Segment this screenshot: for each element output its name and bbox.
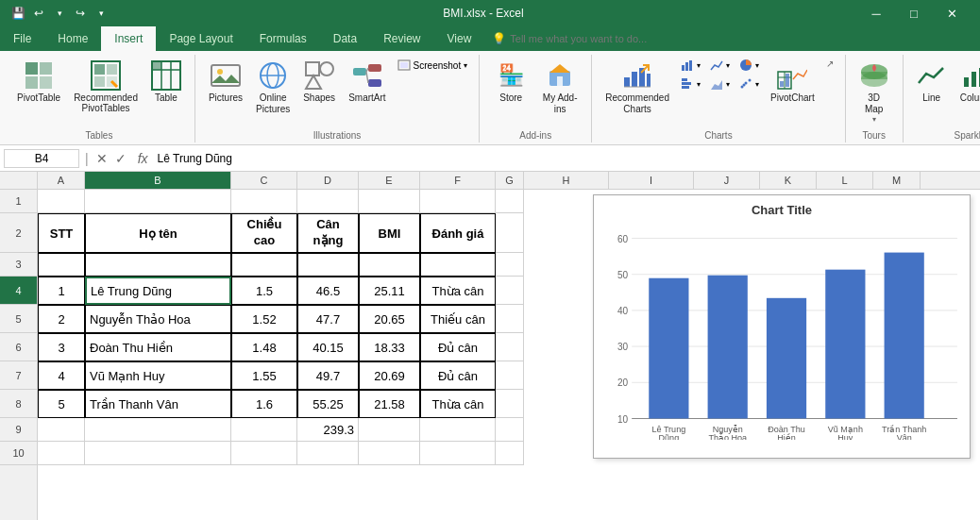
shapes-button[interactable]: Shapes — [297, 57, 341, 108]
row-header-1[interactable]: 1 — [0, 190, 37, 213]
cell-d4[interactable]: 46.5 — [297, 277, 359, 305]
cell-d1[interactable] — [297, 190, 359, 213]
cell-a2[interactable]: STT — [38, 213, 85, 253]
col-header-e[interactable]: E — [359, 172, 420, 189]
col-header-d[interactable]: D — [297, 172, 359, 189]
cell-f9[interactable] — [420, 418, 496, 442]
col-header-c[interactable]: C — [231, 172, 297, 189]
formula-input[interactable] — [158, 152, 976, 165]
chart-container[interactable]: Chart Title 60 50 40 30 20 10 — [593, 194, 971, 459]
screenshot-button[interactable]: Screenshot ▾ — [394, 57, 472, 74]
cell-e3[interactable] — [359, 253, 420, 277]
chart-expand-button[interactable]: ↗ — [822, 57, 837, 71]
cell-a10[interactable] — [38, 442, 85, 465]
cell-a7[interactable]: 4 — [38, 361, 85, 390]
col-header-f[interactable]: F — [420, 172, 496, 189]
redo-icon[interactable]: ↪ — [72, 5, 89, 22]
cell-a9[interactable] — [38, 418, 85, 442]
row-header-3[interactable]: 3 — [0, 253, 37, 277]
bar-chart-button[interactable]: ▾ — [677, 75, 704, 92]
cell-c2[interactable]: Chiềucao — [231, 213, 297, 253]
cell-g10[interactable] — [496, 442, 524, 465]
cell-d6[interactable]: 40.15 — [297, 333, 359, 361]
col-header-h[interactable]: H — [524, 172, 609, 189]
cell-d5[interactable]: 47.7 — [297, 305, 359, 333]
cell-b7[interactable]: Vũ Mạnh Huy — [85, 361, 231, 390]
tab-page-layout[interactable]: Page Layout — [156, 26, 245, 51]
cell-f8[interactable]: Thừa cân — [420, 390, 496, 418]
cell-f7[interactable]: Đủ cân — [420, 361, 496, 390]
cell-e7[interactable]: 20.69 — [359, 361, 420, 390]
cell-e2[interactable]: BMI — [359, 213, 420, 253]
cell-g3[interactable] — [496, 253, 524, 277]
cell-b10[interactable] — [85, 442, 231, 465]
cell-a6[interactable]: 3 — [38, 333, 85, 361]
cell-g1[interactable] — [496, 190, 524, 213]
my-addins-button[interactable]: My Add-ins — [536, 57, 583, 119]
cell-a3[interactable] — [38, 253, 85, 277]
store-button[interactable]: 🏪 Store — [487, 57, 534, 108]
row-header-2[interactable]: 2 — [0, 213, 37, 253]
col-header-b[interactable]: B — [85, 172, 231, 189]
row-header-5[interactable]: 5 — [0, 305, 37, 333]
column-chart-button[interactable]: ▾ — [677, 57, 704, 74]
cell-d9[interactable]: 239.3 — [297, 418, 359, 442]
cell-b5[interactable]: Nguyễn Thảo Hoa — [85, 305, 231, 333]
line-sparkline-button[interactable]: Line — [911, 57, 953, 108]
cell-f6[interactable]: Đủ cân — [420, 333, 496, 361]
col-header-g[interactable]: G — [496, 172, 524, 189]
3d-map-button[interactable]: 3DMap ▾ — [853, 57, 895, 127]
row-header-10[interactable]: 10 — [0, 442, 37, 465]
undo-icon[interactable]: ↩ — [30, 5, 47, 22]
smartart-button[interactable]: SmartArt — [343, 57, 391, 108]
cell-e4[interactable]: 25.11 — [359, 277, 420, 305]
cell-d3[interactable] — [297, 253, 359, 277]
cell-f10[interactable] — [420, 442, 496, 465]
cell-f3[interactable] — [420, 253, 496, 277]
maximize-button[interactable]: □ — [895, 0, 933, 26]
tell-me-input[interactable] — [510, 33, 699, 44]
cell-c8[interactable]: 1.6 — [231, 390, 297, 418]
col-header-j[interactable]: J — [694, 172, 760, 189]
scatter-chart-button[interactable]: ▾ — [735, 75, 763, 92]
cell-c6[interactable]: 1.48 — [231, 333, 297, 361]
tab-home[interactable]: Home — [44, 26, 101, 51]
cell-b8[interactable]: Trần Thanh Vân — [85, 390, 231, 418]
tab-insert[interactable]: Insert — [101, 26, 156, 51]
minimize-button[interactable]: ─ — [857, 0, 895, 26]
cell-a4[interactable]: 1 — [38, 277, 85, 305]
col-header-l[interactable]: L — [817, 172, 873, 189]
area-chart-button[interactable]: ▾ — [706, 75, 734, 92]
table-button[interactable]: Table — [145, 57, 187, 108]
column-sparkline-button[interactable]: Column — [955, 57, 980, 108]
cell-b4[interactable]: Lê Trung Dũng — [85, 277, 231, 305]
cell-a5[interactable]: 2 — [38, 305, 85, 333]
cell-reference-input[interactable]: B4 — [4, 149, 79, 168]
cell-g9[interactable] — [496, 418, 524, 442]
cell-b1[interactable] — [85, 190, 231, 213]
cell-b2[interactable]: Họ tên — [85, 213, 231, 253]
cell-e10[interactable] — [359, 442, 420, 465]
recommended-pivottables-button[interactable]: RecommendedPivotTables — [68, 57, 144, 117]
cell-g7[interactable] — [496, 361, 524, 390]
cell-b6[interactable]: Đoàn Thu Hiền — [85, 333, 231, 361]
col-header-k[interactable]: K — [760, 172, 817, 189]
cell-e8[interactable]: 21.58 — [359, 390, 420, 418]
cell-d10[interactable] — [297, 442, 359, 465]
cell-g5[interactable] — [496, 305, 524, 333]
confirm-formula-icon[interactable]: ✓ — [113, 151, 128, 166]
cell-c3[interactable] — [231, 253, 297, 277]
more-icon[interactable]: ▾ — [93, 5, 110, 22]
save-icon[interactable]: 💾 — [9, 5, 26, 22]
cell-g2[interactable] — [496, 213, 524, 253]
tab-data[interactable]: Data — [320, 26, 370, 51]
cell-f5[interactable]: Thiếu cân — [420, 305, 496, 333]
row-header-4[interactable]: 4 — [0, 277, 37, 305]
cell-c4[interactable]: 1.5 — [231, 277, 297, 305]
undo-arrow[interactable]: ▾ — [51, 5, 68, 22]
col-header-a[interactable]: A — [38, 172, 85, 189]
pivot-table-button[interactable]: PivotTable — [11, 57, 66, 108]
recommended-charts-button[interactable]: RecommendedCharts — [600, 57, 675, 119]
cell-c7[interactable]: 1.55 — [231, 361, 297, 390]
pivot-chart-button[interactable]: PivotChart — [765, 57, 820, 108]
